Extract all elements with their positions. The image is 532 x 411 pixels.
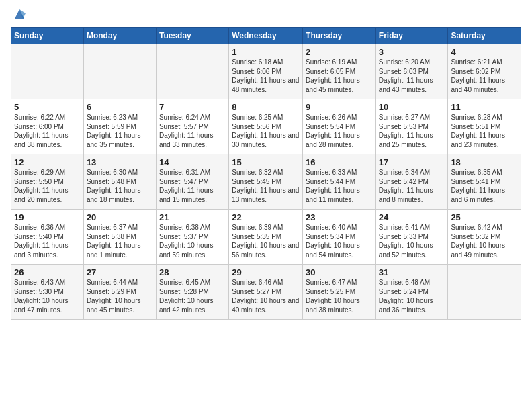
day-info: Sunrise: 6:46 AMSunset: 5:27 PMDaylight:… [232,278,300,314]
day-cell: 18Sunrise: 6:35 AMSunset: 5:41 PMDayligh… [448,154,521,210]
day-number: 13 [87,157,153,167]
day-number: 18 [451,157,518,167]
day-cell: 25Sunrise: 6:42 AMSunset: 5:32 PMDayligh… [448,210,521,265]
day-cell: 4Sunrise: 6:21 AMSunset: 6:02 PMDaylight… [448,44,521,99]
day-number: 24 [379,212,445,222]
day-info: Sunrise: 6:36 AMSunset: 5:40 PMDaylight:… [14,223,81,259]
week-row-4: 19Sunrise: 6:36 AMSunset: 5:40 PMDayligh… [11,210,521,265]
day-cell: 15Sunrise: 6:32 AMSunset: 5:45 PMDayligh… [229,154,303,210]
week-row-1: 1Sunrise: 6:18 AMSunset: 6:06 PMDaylight… [11,44,521,99]
day-cell: 8Sunrise: 6:25 AMSunset: 5:56 PMDaylight… [229,99,303,154]
day-cell: 31Sunrise: 6:48 AMSunset: 5:24 PMDayligh… [375,265,448,320]
day-info: Sunrise: 6:18 AMSunset: 6:06 PMDaylight:… [232,58,300,94]
day-cell: 26Sunrise: 6:43 AMSunset: 5:30 PMDayligh… [11,265,84,320]
day-cell: 17Sunrise: 6:34 AMSunset: 5:42 PMDayligh… [375,154,448,210]
day-info: Sunrise: 6:41 AMSunset: 5:33 PMDaylight:… [379,223,445,259]
page: SundayMondayTuesdayWednesdayThursdayFrid… [0,0,532,411]
day-info: Sunrise: 6:30 AMSunset: 5:48 PMDaylight:… [87,168,153,204]
day-info: Sunrise: 6:48 AMSunset: 5:24 PMDaylight:… [379,278,445,314]
weekday-sunday: Sunday [11,28,84,44]
day-info: Sunrise: 6:45 AMSunset: 5:28 PMDaylight:… [159,278,226,314]
day-info: Sunrise: 6:42 AMSunset: 5:32 PMDaylight:… [451,223,518,259]
day-info: Sunrise: 6:29 AMSunset: 5:50 PMDaylight:… [14,168,81,204]
week-row-3: 12Sunrise: 6:29 AMSunset: 5:50 PMDayligh… [11,154,521,210]
day-number: 7 [159,102,226,112]
day-info: Sunrise: 6:35 AMSunset: 5:41 PMDaylight:… [451,168,518,204]
day-info: Sunrise: 6:31 AMSunset: 5:47 PMDaylight:… [159,168,226,204]
day-number: 14 [159,157,226,167]
day-cell: 11Sunrise: 6:28 AMSunset: 5:51 PMDayligh… [448,99,521,154]
day-cell: 12Sunrise: 6:29 AMSunset: 5:50 PMDayligh… [11,154,84,210]
day-number: 27 [87,267,153,277]
week-row-2: 5Sunrise: 6:22 AMSunset: 6:00 PMDaylight… [11,99,521,154]
day-info: Sunrise: 6:44 AMSunset: 5:29 PMDaylight:… [87,278,153,314]
day-number: 20 [87,212,153,222]
day-cell: 3Sunrise: 6:20 AMSunset: 6:03 PMDaylight… [375,44,448,99]
weekday-wednesday: Wednesday [229,28,303,44]
day-number: 26 [14,267,81,277]
weekday-tuesday: Tuesday [156,28,228,44]
day-number: 28 [159,267,226,277]
day-number: 23 [306,212,373,222]
day-info: Sunrise: 6:43 AMSunset: 5:30 PMDaylight:… [14,278,81,314]
day-number: 9 [306,102,373,112]
weekday-friday: Friday [375,28,448,44]
day-cell: 2Sunrise: 6:19 AMSunset: 6:05 PMDaylight… [303,44,376,99]
day-info: Sunrise: 6:27 AMSunset: 5:53 PMDaylight:… [379,113,445,149]
day-number: 5 [14,102,81,112]
day-cell: 19Sunrise: 6:36 AMSunset: 5:40 PMDayligh… [11,210,84,265]
day-number: 15 [232,157,300,167]
day-info: Sunrise: 6:20 AMSunset: 6:03 PMDaylight:… [379,58,445,94]
day-cell: 20Sunrise: 6:37 AMSunset: 5:38 PMDayligh… [83,210,156,265]
day-number: 10 [379,102,445,112]
logo [11,7,27,21]
day-number: 4 [451,47,518,57]
weekday-saturday: Saturday [448,28,521,44]
day-cell [448,265,521,320]
day-cell: 24Sunrise: 6:41 AMSunset: 5:33 PMDayligh… [375,210,448,265]
day-cell: 30Sunrise: 6:47 AMSunset: 5:25 PMDayligh… [303,265,376,320]
logo-icon [12,7,27,21]
day-cell: 6Sunrise: 6:23 AMSunset: 5:59 PMDaylight… [83,99,156,154]
day-cell: 27Sunrise: 6:44 AMSunset: 5:29 PMDayligh… [83,265,156,320]
weekday-header-row: SundayMondayTuesdayWednesdayThursdayFrid… [11,28,521,44]
day-info: Sunrise: 6:38 AMSunset: 5:37 PMDaylight:… [159,223,226,259]
day-info: Sunrise: 6:22 AMSunset: 6:00 PMDaylight:… [14,113,81,149]
day-info: Sunrise: 6:25 AMSunset: 5:56 PMDaylight:… [232,113,300,149]
weekday-monday: Monday [83,28,156,44]
day-number: 22 [232,212,300,222]
day-number: 6 [87,102,153,112]
day-number: 17 [379,157,445,167]
calendar: SundayMondayTuesdayWednesdayThursdayFrid… [11,27,521,320]
weekday-thursday: Thursday [303,28,376,44]
day-cell: 13Sunrise: 6:30 AMSunset: 5:48 PMDayligh… [83,154,156,210]
day-number: 25 [451,212,518,222]
day-cell: 21Sunrise: 6:38 AMSunset: 5:37 PMDayligh… [156,210,228,265]
day-number: 16 [306,157,373,167]
day-number: 1 [232,47,300,57]
day-info: Sunrise: 6:32 AMSunset: 5:45 PMDaylight:… [232,168,300,204]
day-info: Sunrise: 6:33 AMSunset: 5:44 PMDaylight:… [306,168,373,204]
day-number: 8 [232,102,300,112]
day-info: Sunrise: 6:28 AMSunset: 5:51 PMDaylight:… [451,113,518,149]
day-info: Sunrise: 6:37 AMSunset: 5:38 PMDaylight:… [87,223,153,259]
day-number: 29 [232,267,300,277]
day-number: 31 [379,267,445,277]
day-cell: 16Sunrise: 6:33 AMSunset: 5:44 PMDayligh… [303,154,376,210]
day-info: Sunrise: 6:39 AMSunset: 5:35 PMDaylight:… [232,223,300,259]
day-number: 2 [306,47,373,57]
day-info: Sunrise: 6:24 AMSunset: 5:57 PMDaylight:… [159,113,226,149]
day-info: Sunrise: 6:34 AMSunset: 5:42 PMDaylight:… [379,168,445,204]
day-cell: 22Sunrise: 6:39 AMSunset: 5:35 PMDayligh… [229,210,303,265]
day-cell: 23Sunrise: 6:40 AMSunset: 5:34 PMDayligh… [303,210,376,265]
day-info: Sunrise: 6:40 AMSunset: 5:34 PMDaylight:… [306,223,373,259]
day-cell: 28Sunrise: 6:45 AMSunset: 5:28 PMDayligh… [156,265,228,320]
day-cell: 5Sunrise: 6:22 AMSunset: 6:00 PMDaylight… [11,99,84,154]
day-cell: 9Sunrise: 6:26 AMSunset: 5:54 PMDaylight… [303,99,376,154]
day-cell: 14Sunrise: 6:31 AMSunset: 5:47 PMDayligh… [156,154,228,210]
day-cell [11,44,84,99]
day-cell: 10Sunrise: 6:27 AMSunset: 5:53 PMDayligh… [375,99,448,154]
day-cell: 1Sunrise: 6:18 AMSunset: 6:06 PMDaylight… [229,44,303,99]
week-row-5: 26Sunrise: 6:43 AMSunset: 5:30 PMDayligh… [11,265,521,320]
day-info: Sunrise: 6:26 AMSunset: 5:54 PMDaylight:… [306,113,373,149]
